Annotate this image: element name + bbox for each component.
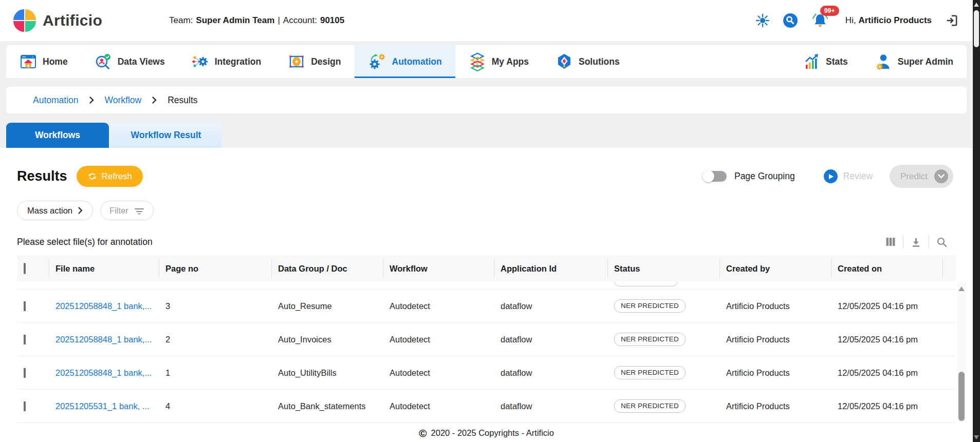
predict-button[interactable]: Predict: [890, 165, 953, 188]
divider: [903, 235, 903, 248]
workflow-cell: Autodetect: [383, 301, 494, 311]
filter-label: Filter: [109, 206, 128, 216]
chevron-down-icon: [934, 169, 948, 183]
mass-action-button[interactable]: Mass action: [17, 201, 93, 220]
chevron-right-icon: [152, 97, 157, 104]
integration-icon: [192, 53, 209, 70]
nav-item-integration[interactable]: Integration: [178, 45, 274, 78]
brand-logo[interactable]: Artificio: [13, 9, 102, 32]
file-name-link[interactable]: 202512058848_1 bank,...: [56, 301, 152, 311]
nav-item-super-admin[interactable]: Super Admin: [861, 45, 967, 78]
logout-icon[interactable]: [945, 13, 959, 28]
user-greeting: Hi, Artificio Products: [845, 15, 932, 26]
user-name: Artificio Products: [858, 15, 932, 25]
theme-sun-icon[interactable]: [756, 14, 769, 27]
play-icon: [824, 169, 838, 183]
row-checkbox[interactable]: [24, 335, 26, 344]
download-icon[interactable]: [911, 237, 921, 247]
page-no-cell: 2: [159, 335, 271, 344]
columns-icon[interactable]: [885, 237, 896, 247]
application-id-cell: dataflow: [494, 368, 607, 378]
created-on-cell: 12/05/2025 04:16 pm: [831, 368, 942, 378]
row-checkbox[interactable]: [24, 401, 26, 411]
nav-label: Integration: [215, 56, 261, 67]
col-data-group: Data Group / Doc: [271, 260, 383, 277]
page-grouping-toggle[interactable]: [703, 171, 727, 182]
nav-right-group: Stats Super Admin: [790, 45, 967, 78]
results-right-controls: Page Grouping Review Predict: [703, 165, 953, 188]
annotation-hint: Please select file(s) for annotation: [17, 237, 153, 247]
review-button[interactable]: Review: [824, 169, 873, 183]
workflow-cell: Autodetect: [383, 401, 494, 411]
top-header: Artificio Team: Super Admin Team | Accou…: [0, 0, 973, 41]
copyright-icon: ©: [419, 428, 427, 438]
breadcrumb-results: Results: [168, 95, 197, 106]
table-row: 202512058848_1 bank,... 1 Auto_UtilityBi…: [17, 356, 956, 390]
data-group-cell: Auto_Resume: [271, 301, 383, 311]
super-admin-icon: [875, 53, 892, 70]
my-apps-icon: [469, 52, 486, 71]
toggle-knob: [702, 170, 714, 182]
table-row: 202512058848_1 bank,... 3 Auto_Resume Au…: [17, 290, 956, 323]
row-checkbox[interactable]: [24, 301, 26, 311]
created-by-cell: Artificio Products: [719, 401, 831, 411]
table-row: 202512058848_1 bank,... 2 Auto_Invoices …: [17, 323, 956, 356]
row-checkbox[interactable]: [24, 368, 26, 378]
account-label: Account:: [283, 15, 317, 26]
nav-item-automation[interactable]: Automation: [355, 45, 455, 78]
nav-label: Data Views: [118, 56, 165, 67]
status-badge: NER PREDICTED: [614, 366, 686, 379]
actions-row: Mass action Filter: [0, 188, 973, 220]
table-icons: [885, 235, 947, 248]
refresh-button[interactable]: Refresh: [77, 166, 143, 187]
select-all-checkbox[interactable]: [24, 263, 26, 274]
mass-action-label: Mass action: [27, 206, 72, 216]
nav-item-design[interactable]: Design: [274, 45, 354, 78]
page-scroll-up-icon[interactable]: [974, 3, 979, 7]
page-scrollbar-thumb[interactable]: [974, 10, 979, 47]
created-on-cell: 12/05/2025 04:16 pm: [831, 301, 942, 311]
nav-item-data-views[interactable]: Data Views: [81, 45, 178, 78]
copyright-text: 2020 - 2025 Copyrights - Artificio: [431, 428, 554, 438]
nav-label: My Apps: [492, 56, 529, 67]
application-id-cell: dataflow: [494, 335, 607, 344]
col-application-id: Application Id: [494, 260, 607, 277]
scroll-up-arrow-icon[interactable]: [958, 286, 965, 291]
filter-button[interactable]: Filter: [100, 201, 154, 220]
tab-workflow-result[interactable]: Workflow Result: [110, 123, 221, 148]
nav-item-my-apps[interactable]: My Apps: [455, 45, 542, 78]
search-icon[interactable]: [783, 13, 798, 28]
refresh-icon: [87, 171, 97, 181]
page-title: Results: [17, 168, 67, 184]
home-icon: [20, 53, 37, 70]
page-scrollbar: [973, 0, 980, 442]
refresh-label: Refresh: [102, 171, 133, 182]
nav-item-home[interactable]: Home: [6, 45, 81, 78]
nav-item-solutions[interactable]: Solutions: [542, 45, 633, 78]
divider: |: [278, 15, 280, 26]
results-toolbar: Results Refresh Page Grouping Review Pre…: [0, 148, 973, 188]
breadcrumb-automation[interactable]: Automation: [33, 95, 79, 106]
notifications-bell-icon[interactable]: 99+: [811, 12, 829, 29]
breadcrumb-workflow[interactable]: Workflow: [105, 95, 142, 106]
table-scrollbar-thumb[interactable]: [958, 372, 965, 421]
file-name-link[interactable]: 202512058848_1 bank,...: [56, 368, 152, 377]
main-content: Results Refresh Page Grouping Review Pre…: [0, 148, 973, 442]
tab-workflows[interactable]: Workflows: [6, 123, 109, 148]
created-by-cell: Artificio Products: [719, 301, 831, 311]
file-name-link[interactable]: 202512058848_1 bank,...: [56, 335, 152, 344]
chevron-right-icon: [89, 97, 94, 104]
workflow-cell: Autodetect: [383, 335, 494, 344]
page-scroll-down-icon[interactable]: [974, 435, 979, 439]
page-grouping-label: Page Grouping: [734, 171, 795, 182]
col-workflow: Workflow: [383, 260, 494, 277]
application-id-cell: dataflow: [494, 401, 607, 411]
file-name-link[interactable]: 20251205531_1 bank, ...: [56, 401, 150, 411]
automation-icon: [368, 53, 386, 70]
created-on-cell: 12/05/2025 04:16 pm: [831, 335, 942, 344]
clipped-status-badge: [614, 281, 678, 286]
nav-item-stats[interactable]: Stats: [790, 45, 861, 78]
account-value: 90105: [320, 15, 344, 26]
table-search-icon[interactable]: [936, 237, 947, 247]
brand-name: Artificio: [43, 12, 102, 29]
